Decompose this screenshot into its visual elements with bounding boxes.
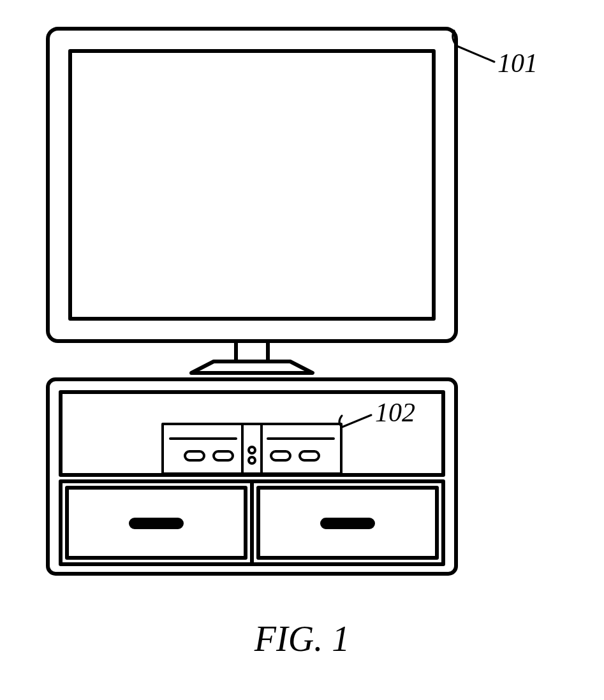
drawer-right-handle: [322, 520, 373, 527]
tv-stand-neck: [236, 341, 268, 361]
figure-caption: FIG. 1: [0, 618, 604, 659]
diagram-svg: [0, 0, 604, 700]
tv-stand-base: [191, 361, 313, 373]
figure-1-diagram: 101 102 FIG. 1: [0, 0, 604, 700]
settop-btn-r1: [271, 451, 290, 460]
leader-line-101: [457, 46, 494, 62]
settop-center-panel: [242, 424, 261, 474]
label-101: 101: [497, 48, 538, 78]
drawer-left-handle: [131, 520, 182, 527]
label-102: 102: [375, 397, 415, 428]
settop-btn-r2: [300, 451, 319, 460]
settop-led-top: [249, 447, 255, 453]
settop-btn-l1: [185, 451, 204, 460]
leader-hook-102: [339, 416, 342, 427]
tv-screen: [70, 51, 434, 319]
tv-bezel: [48, 29, 456, 341]
settop-led-bottom: [249, 457, 255, 463]
settop-box: [163, 424, 341, 474]
leader-line-102: [342, 415, 371, 427]
settop-btn-l2: [214, 451, 233, 460]
